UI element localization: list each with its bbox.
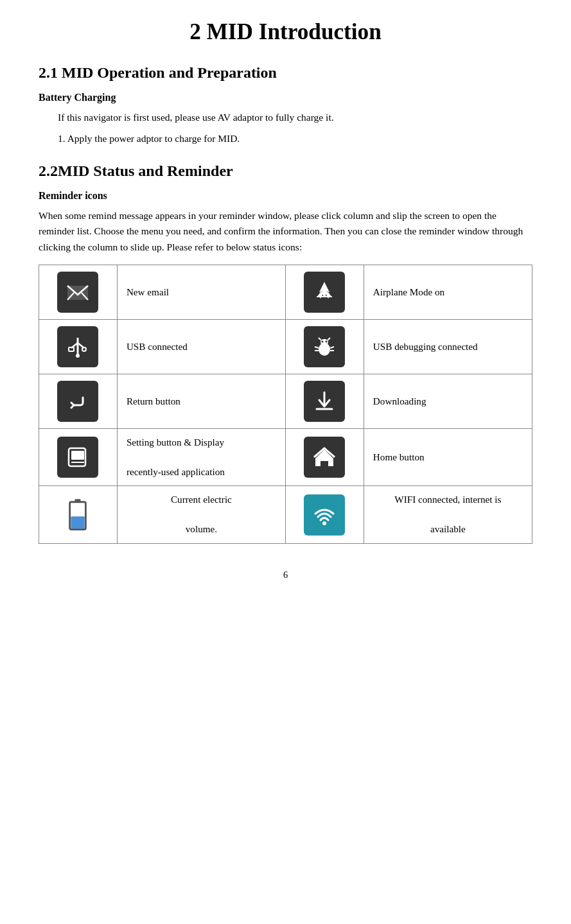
download-icon-cell [285, 374, 364, 429]
usb-connected-label: USB connected [117, 320, 285, 374]
svg-point-16 [326, 341, 328, 343]
email-icon [57, 272, 98, 313]
downloading-label: Downloading [364, 374, 532, 429]
section-2-1: 2.1 MID Operation and Preparation Batter… [39, 64, 532, 147]
battery-para-1: If this navigator is first used, please … [58, 110, 532, 126]
email-icon-cell [39, 265, 118, 320]
svg-line-14 [328, 338, 330, 340]
battery-icon-cell [39, 486, 118, 543]
battery-para-2: 1. Apply the power adptor to charge for … [58, 131, 532, 147]
svg-point-10 [82, 347, 86, 351]
section-2-1-heading: 2.1 MID Operation and Preparation [39, 64, 532, 82]
download-icon [304, 381, 345, 422]
settings-label: Setting button & Display recently-used a… [117, 429, 285, 486]
usb-icon-cell [39, 320, 118, 374]
table-row: Setting button & Display recently-used a… [39, 429, 532, 486]
return-icon [57, 381, 98, 422]
airplane-icon [304, 272, 345, 313]
reminder-table: New email Airplane Mode on [39, 265, 532, 544]
svg-rect-4 [317, 296, 332, 297]
usb-debug-label: USB debugging connected [364, 320, 532, 374]
wifi-icon-cell [285, 486, 364, 543]
battery-charging-heading: Battery Charging [39, 92, 532, 103]
reminder-para: When some remind message appears in your… [39, 208, 532, 256]
svg-line-19 [330, 347, 334, 348]
table-row: USB connected [39, 320, 532, 374]
home-icon-cell [285, 429, 364, 486]
new-email-label: New email [117, 265, 285, 320]
return-icon-cell [39, 374, 118, 429]
svg-line-17 [315, 347, 319, 348]
usb-debug-icon-cell [285, 320, 364, 374]
settings-icon [57, 437, 98, 478]
battery-label: Current electric volume. [117, 486, 285, 543]
section-2-2-heading: 2.2MID Status and Reminder [39, 162, 532, 180]
usb-icon [57, 326, 98, 367]
svg-point-12 [321, 339, 328, 345]
page-title: 2 MID Introduction [39, 19, 532, 45]
home-button-label: Home button [364, 429, 532, 486]
table-row: Current electric volume. WIFI connected,… [39, 486, 532, 543]
svg-rect-9 [69, 347, 74, 351]
svg-rect-28 [71, 516, 85, 528]
svg-point-3 [322, 284, 326, 297]
svg-point-6 [76, 354, 80, 358]
section-2-2: 2.2MID Status and Reminder Reminder icon… [39, 162, 532, 544]
page-number: 6 [39, 570, 532, 580]
home-icon [304, 437, 345, 478]
usb-debug-icon [304, 326, 345, 367]
svg-line-13 [319, 338, 321, 340]
reminder-icons-heading: Reminder icons [39, 190, 532, 202]
return-button-label: Return button [117, 374, 285, 429]
battery-icon [57, 494, 98, 536]
svg-rect-27 [75, 499, 81, 503]
wifi-icon [304, 494, 345, 536]
table-row: Return button Downloading [39, 374, 532, 429]
table-row: New email Airplane Mode on [39, 265, 532, 320]
airplane-mode-label: Airplane Mode on [364, 265, 532, 320]
airplane-icon-cell [285, 265, 364, 320]
wifi-label: WIFI connected, internet is available [364, 486, 532, 543]
svg-rect-24 [71, 451, 84, 460]
svg-point-29 [322, 521, 326, 525]
svg-point-15 [322, 341, 324, 343]
settings-icon-cell [39, 429, 118, 486]
